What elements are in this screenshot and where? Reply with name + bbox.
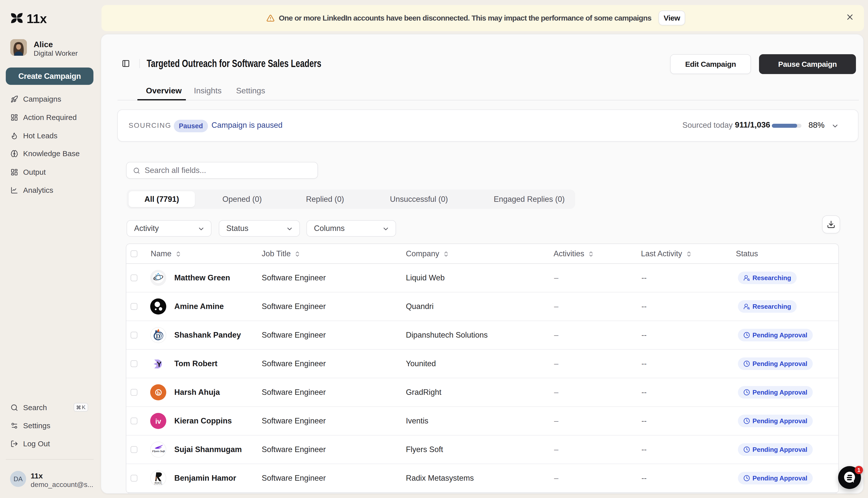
svg-text:Flyers Soft: Flyers Soft — [152, 449, 165, 453]
svg-text:b: b — [157, 390, 160, 396]
svg-text:Y: Y — [157, 360, 161, 368]
svg-text:D: D — [156, 333, 160, 340]
svg-text:iv: iv — [155, 417, 161, 425]
svg-text:'STASYSTE': 'STASYSTE' — [154, 483, 163, 485]
